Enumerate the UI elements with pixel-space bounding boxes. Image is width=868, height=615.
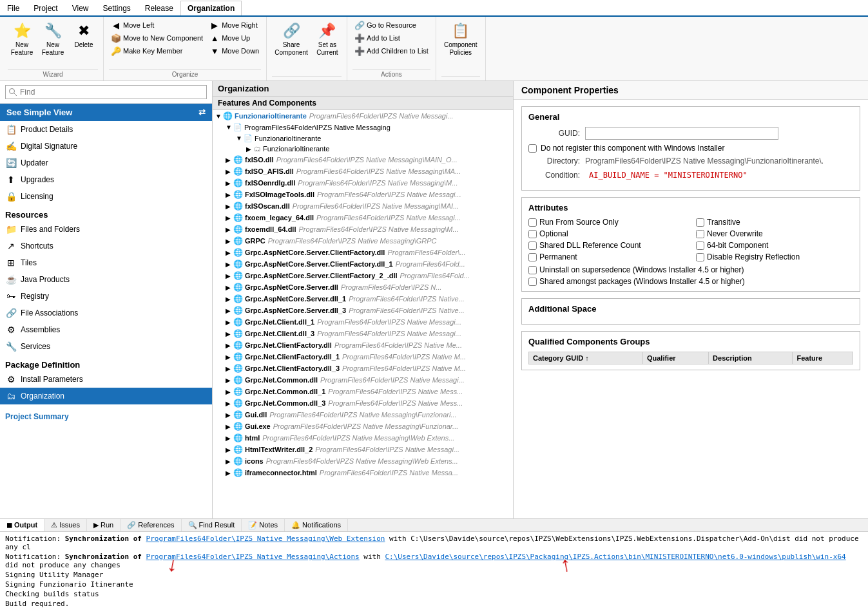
bottom-tab-run[interactable]: ▶ Run <box>87 519 121 531</box>
tree-item-GrpcNetClientFactory3[interactable]: ▶ 🌐 Grpc.Net.ClientFactory.dll_3 Program… <box>213 363 513 374</box>
tree-item-fxoem[interactable]: ▶ 🌐 fxoem_legacy_64.dll ProgramFiles64Fo… <box>213 212 513 223</box>
tree-item-GrpcNetCommon1[interactable]: ▶ 🌐 Grpc.Net.Common.dll_1 ProgramFiles64… <box>213 386 513 397</box>
tree-item-pfolder[interactable]: ▼ 📄 ProgramFiles64Folder\IPZS Native Mes… <box>213 122 513 133</box>
tab-settings[interactable]: Settings <box>96 1 138 15</box>
no-register-checkbox[interactable] <box>528 144 537 153</box>
tree-item-Guiexe[interactable]: ▶ 🌐 Gui.exe ProgramFiles64Folder\IPZS Na… <box>213 421 513 432</box>
notif-link-2b[interactable]: C:\Users\Davide\source\repos\IPZS\Packag… <box>385 553 845 561</box>
tree-item-fxISO-AFIS[interactable]: ▶ 🌐 fxISO_AFIS.dll ProgramFiles64Folder\… <box>213 166 513 177</box>
never-overwrite-checkbox[interactable] <box>696 230 704 238</box>
tree-item-GrpcNetCommon3[interactable]: ▶ 🌐 Grpc.Net.Common.dll_3 ProgramFiles64… <box>213 397 513 409</box>
tree-item-funzionario-sub[interactable]: ▼ 📄 FunzionarioItinerante <box>213 133 513 144</box>
move-up-button[interactable]: ▲ Move Up <box>207 32 261 44</box>
globe-icon: 🌐 <box>233 260 243 269</box>
component-policies-button[interactable]: 📋 ComponentPolicies <box>441 19 480 58</box>
transitive-checkbox[interactable] <box>696 218 704 227</box>
bottom-tab-notes[interactable]: 📝 Notes <box>242 519 285 531</box>
tree-item-Grpc2[interactable]: ▶ 🌐 Grpc.AspNetCore.Server.ClientFactory… <box>213 258 513 270</box>
search-input[interactable] <box>5 85 207 99</box>
delete-button[interactable]: ✖ Delete <box>70 19 98 50</box>
permanent-checkbox[interactable] <box>528 253 537 261</box>
add-children-button[interactable]: ➕ Add Children to List <box>352 45 430 57</box>
tree-item-Grpc1[interactable]: ▶ 🌐 Grpc.AspNetCore.Server.ClientFactory… <box>213 247 513 258</box>
notif-link-2[interactable]: ProgramFiles64Folder\IPZS Native Messagi… <box>146 553 360 561</box>
tab-organization[interactable]: Organization <box>180 1 242 15</box>
java-products-label: Java Products <box>21 275 70 284</box>
disable-registry-checkbox[interactable] <box>696 253 704 261</box>
make-key-button[interactable]: 🔑 Make Key Member <box>109 45 205 57</box>
tree-item-html[interactable]: ▶ 🌐 html ProgramFiles64Folder\IPZS Nativ… <box>213 432 513 444</box>
tree-item-FxISOImageTools[interactable]: ▶ 🌐 FxISOImageTools.dll ProgramFiles64Fo… <box>213 189 513 200</box>
run-from-source-checkbox[interactable] <box>528 218 537 227</box>
tree-item-fxISO-dll[interactable]: ▶ 🌐 fxISO.dll ProgramFiles64Folder\IPZS … <box>213 154 513 166</box>
tree-item-iframeconnector[interactable]: ▶ 🌐 iframeconnector.html ProgramFiles64F… <box>213 467 513 478</box>
sidebar-item-java-products[interactable]: ☕ Java Products <box>0 271 212 288</box>
tree-item-GRPC[interactable]: ▶ 🌐 GRPC ProgramFiles64Folder\IPZS Nativ… <box>213 235 513 247</box>
tree-item-Guidll[interactable]: ▶ 🌐 Gui.dll ProgramFiles64Folder\IPZS Na… <box>213 409 513 421</box>
64bit-checkbox[interactable] <box>696 241 704 250</box>
bottom-tab-find-result[interactable]: 🔍 Find Result <box>182 519 242 531</box>
set-as-current-button[interactable]: 📌 Set asCurrent <box>313 19 342 58</box>
sidebar-item-licensing[interactable]: 🔒 Licensing <box>0 188 212 205</box>
tree-item-funzionario-leaf[interactable]: ▶ 🗂 FunzionarioItinerante <box>213 144 513 154</box>
share-component-button[interactable]: 🔗 ShareComponent <box>272 19 311 58</box>
sidebar-item-tiles[interactable]: ⊞ Tiles <box>0 254 212 271</box>
sidebar-item-organization[interactable]: 🗂 Organization <box>0 388 212 404</box>
tree-item-icons[interactable]: ▶ 🌐 icons ProgramFiles64Folder\IPZS Nati… <box>213 455 513 467</box>
move-to-new-button[interactable]: 📦 Move to New Component <box>109 32 205 44</box>
tab-file[interactable]: File <box>0 1 26 15</box>
tree-item-Grpc6[interactable]: ▶ 🌐 Grpc.AspNetCore.Server.dll_3 Program… <box>213 305 513 316</box>
add-to-list-button[interactable]: ➕ Add to List <box>352 32 430 44</box>
new-feature-button[interactable]: ⭐ NewFeature <box>8 19 36 58</box>
no-register-label: Do not register this component with Wind… <box>541 144 724 153</box>
globe-icon: 🌐 <box>233 329 243 338</box>
tree-item-Grpc4[interactable]: ▶ 🌐 Grpc.AspNetCore.Server.dll ProgramFi… <box>213 281 513 293</box>
go-to-resource-button[interactable]: 🔗 Go to Resource <box>352 19 430 31</box>
tree-item-GrpcNetClientFactory1[interactable]: ▶ 🌐 Grpc.Net.ClientFactory.dll_1 Program… <box>213 351 513 363</box>
sidebar-item-shortcuts[interactable]: ↗ Shortcuts <box>0 238 212 254</box>
tree-item-Grpc3[interactable]: ▶ 🌐 Grpc.AspNetCore.Server.ClientFactory… <box>213 270 513 281</box>
sidebar-item-services[interactable]: 🔧 Services <box>0 338 212 355</box>
sidebar-item-upgrades[interactable]: ⬆ Upgrades <box>0 171 212 188</box>
sidebar-item-files-folders[interactable]: 📁 Files and Folders <box>0 221 212 238</box>
tree-item-fxoemdll64[interactable]: ▶ 🌐 fxoemdll_64.dll ProgramFiles64Folder… <box>213 223 513 235</box>
uninstall-checkbox[interactable] <box>528 266 537 274</box>
sidebar-item-file-associations[interactable]: 🔗 File Associations <box>0 305 212 321</box>
bottom-tab-issues[interactable]: ⚠ Issues <box>44 519 87 531</box>
guid-input[interactable] <box>585 127 778 140</box>
sidebar-item-assemblies[interactable]: ⚙ Assemblies <box>0 321 212 338</box>
tree-item-fxISOenrdlg[interactable]: ▶ 🌐 fxISOenrdlg.dll ProgramFiles64Folder… <box>213 177 513 189</box>
tree-item-HtmlTextWriter2[interactable]: ▶ 🌐 HtmlTextWriter.dll_2 ProgramFiles64F… <box>213 444 513 455</box>
tree-item-GrpcNetClientFactory[interactable]: ▶ 🌐 Grpc.Net.ClientFactory.dll ProgramFi… <box>213 339 513 351</box>
move-down-icon: ▼ <box>209 46 220 56</box>
bottom-tab-references[interactable]: 🔗 References <box>121 519 181 531</box>
project-summary-link[interactable]: Project Summary <box>0 410 212 424</box>
tree-item-GrpcNetClient3[interactable]: ▶ 🌐 Grpc.Net.Client.dll_3 ProgramFiles64… <box>213 328 513 339</box>
ribbon: ⭐ NewFeature 🔧 NewFeature ✖ Delete Wizar… <box>0 17 868 81</box>
tree-item-GrpcNetCommon[interactable]: ▶ 🌐 Grpc.Net.Common.dll ProgramFiles64Fo… <box>213 374 513 386</box>
move-down-button[interactable]: ▼ Move Down <box>207 45 261 57</box>
tree-item-Grpc5[interactable]: ▶ 🌐 Grpc.AspNetCore.Server.dll_1 Program… <box>213 293 513 305</box>
notif-link-1[interactable]: ProgramFiles64Folder\IPZS Native Messagi… <box>146 535 385 543</box>
tab-view[interactable]: View <box>65 1 96 15</box>
sidebar-item-updater[interactable]: 🔄 Updater <box>0 155 212 171</box>
tab-project[interactable]: Project <box>26 1 64 15</box>
sidebar-item-registry[interactable]: 🗝 Registry <box>0 288 212 305</box>
tab-release[interactable]: Release <box>138 1 180 15</box>
bottom-tab-notifications[interactable]: 🔔 Notifications <box>285 519 348 531</box>
sidebar-item-digital-signature[interactable]: ✍ Digital Signature <box>0 138 212 155</box>
tree-item-funzionario-root[interactable]: ▼ 🌐 FunzionarioItinerante ProgramFiles64… <box>213 110 513 122</box>
optional-checkbox[interactable] <box>528 230 537 238</box>
tree-scroll[interactable]: ▼ 🌐 FunzionarioItinerante ProgramFiles64… <box>213 110 513 518</box>
bottom-tab-output[interactable]: ◼ Output <box>0 519 44 531</box>
shared-dll-checkbox[interactable] <box>528 241 537 250</box>
move-right-button[interactable]: ▶ Move Right <box>207 19 261 31</box>
sidebar-item-install-parameters[interactable]: ⚙ Install Parameters <box>0 371 212 388</box>
shared-packages-checkbox[interactable] <box>528 278 537 286</box>
tree-item-GrpcNetClient1[interactable]: ▶ 🌐 Grpc.Net.Client.dll_1 ProgramFiles64… <box>213 316 513 328</box>
simple-view-button[interactable]: See Simple View ⇄ <box>0 104 212 121</box>
tree-item-fxISOscan[interactable]: ▶ 🌐 fxISOscan.dll ProgramFiles64Folder\I… <box>213 200 513 212</box>
sidebar-item-product-details[interactable]: 📋 Product Details <box>0 121 212 138</box>
new-feature2-button[interactable]: 🔧 NewFeature <box>39 19 67 58</box>
move-left-button[interactable]: ◀ Move Left <box>109 19 205 31</box>
